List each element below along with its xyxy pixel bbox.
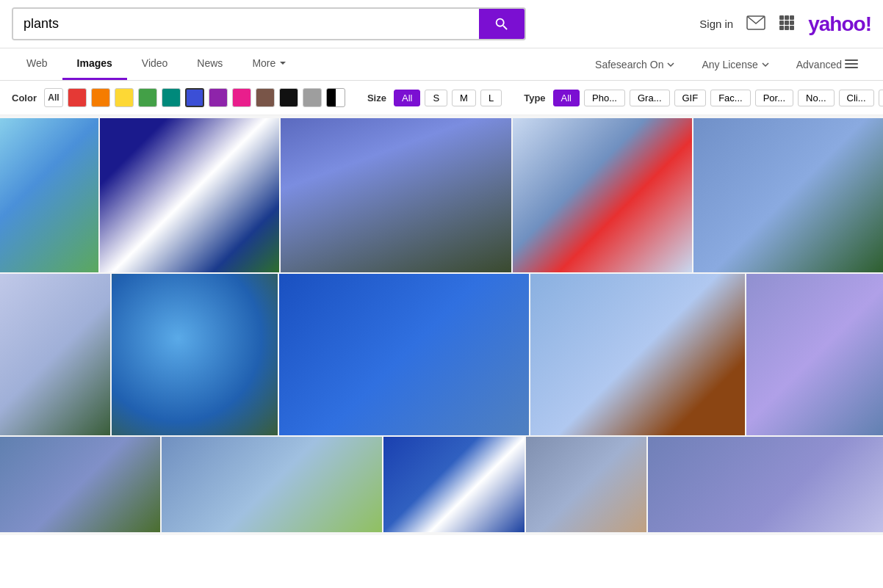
image-tile[interactable]: [112, 274, 278, 435]
size-m-button[interactable]: M: [452, 90, 476, 106]
tab-video[interactable]: Video: [127, 48, 183, 80]
image-tile[interactable]: [0, 118, 98, 272]
type-filter: Type All Pho... Gra... GIF Fac... Por...…: [524, 90, 883, 106]
svg-rect-1: [779, 15, 784, 20]
tab-news[interactable]: News: [182, 48, 237, 80]
svg-rect-2: [785, 15, 789, 20]
image-tile[interactable]: [100, 118, 279, 272]
size-filter: Size All S M L: [367, 90, 502, 106]
image-tile[interactable]: [693, 118, 883, 272]
lines-icon: [845, 59, 858, 70]
svg-rect-9: [790, 26, 794, 30]
svg-rect-6: [790, 21, 794, 25]
image-tile[interactable]: [530, 274, 745, 435]
chevron-down-icon: [666, 60, 675, 69]
svg-rect-5: [785, 21, 789, 25]
image-row-1: [0, 118, 883, 272]
image-row-3: [0, 437, 883, 532]
color-all-button[interactable]: All: [44, 88, 63, 107]
safesearch-button[interactable]: Safesearch On: [582, 50, 688, 79]
image-tile[interactable]: [746, 274, 883, 435]
size-l-button[interactable]: L: [480, 90, 502, 106]
image-tile[interactable]: [281, 118, 511, 272]
image-tile[interactable]: [279, 274, 529, 435]
type-all-button[interactable]: All: [553, 90, 580, 106]
color-brown-button[interactable]: [256, 88, 275, 107]
color-red-button[interactable]: [68, 88, 87, 107]
type-photo-button[interactable]: Pho...: [584, 90, 625, 106]
image-row-2: [0, 274, 883, 435]
chevron-down-icon: [761, 60, 770, 69]
type-gif-button[interactable]: GIF: [674, 90, 707, 106]
svg-rect-12: [845, 67, 858, 68]
color-green-button[interactable]: [138, 88, 157, 107]
any-license-button[interactable]: Any License: [688, 50, 782, 79]
type-face-button[interactable]: Fac...: [710, 90, 751, 106]
header-right: Sign in yahoo!: [699, 12, 871, 36]
tab-web[interactable]: Web: [12, 48, 62, 80]
svg-rect-8: [785, 26, 789, 30]
type-graphics-button[interactable]: Gra...: [630, 90, 670, 106]
color-filter-label: Color: [12, 92, 37, 104]
sign-in-button[interactable]: Sign in: [699, 18, 733, 30]
color-teal-button[interactable]: [162, 88, 181, 107]
clear-button[interactable]: Clear: [879, 90, 883, 106]
mail-icon[interactable]: [746, 15, 765, 33]
size-all-button[interactable]: All: [394, 90, 420, 106]
image-tile[interactable]: [162, 437, 382, 532]
type-filter-label: Type: [524, 92, 545, 104]
color-blue-button[interactable]: [185, 88, 204, 107]
chevron-down-icon: [278, 59, 287, 68]
type-clipart-button[interactable]: Cli...: [839, 90, 874, 106]
image-tile[interactable]: [0, 437, 160, 532]
search-bar: [12, 7, 526, 40]
svg-rect-11: [845, 63, 858, 65]
image-grid: [0, 115, 883, 535]
type-news-button[interactable]: No...: [798, 90, 834, 106]
type-portrait-button[interactable]: Por...: [755, 90, 793, 106]
filters-row: Color All Size All S M L Type All Pho...…: [0, 81, 883, 115]
tab-images[interactable]: Images: [62, 48, 127, 80]
search-button[interactable]: [479, 9, 525, 39]
color-pink-button[interactable]: [232, 88, 251, 107]
size-s-button[interactable]: S: [425, 90, 447, 106]
image-tile[interactable]: [513, 118, 692, 272]
nav-right: Safesearch On Any License Advanced: [582, 50, 871, 79]
advanced-button[interactable]: Advanced: [783, 50, 871, 79]
size-filter-label: Size: [367, 92, 386, 104]
image-tile[interactable]: [0, 274, 110, 435]
search-icon: [494, 16, 510, 32]
nav-tabs: Web Images Video News More Safesearch On…: [0, 48, 883, 81]
search-input[interactable]: [13, 9, 479, 39]
svg-rect-4: [779, 21, 784, 25]
color-bw-button[interactable]: [326, 88, 345, 107]
image-tile[interactable]: [526, 437, 646, 532]
color-purple-button[interactable]: [209, 88, 228, 107]
apps-icon[interactable]: [779, 15, 795, 34]
svg-rect-7: [779, 26, 784, 30]
svg-rect-10: [845, 59, 858, 61]
image-tile[interactable]: [383, 437, 525, 532]
color-orange-button[interactable]: [91, 88, 110, 107]
svg-rect-3: [790, 15, 794, 20]
color-filter: Color All: [12, 88, 345, 107]
color-black-button[interactable]: [279, 88, 298, 107]
header: Sign in yahoo!: [0, 0, 883, 48]
color-yellow-button[interactable]: [115, 88, 134, 107]
color-gray-button[interactable]: [303, 88, 322, 107]
tab-more[interactable]: More: [237, 48, 302, 80]
yahoo-logo: yahoo!: [808, 12, 871, 36]
image-tile[interactable]: [648, 437, 883, 532]
